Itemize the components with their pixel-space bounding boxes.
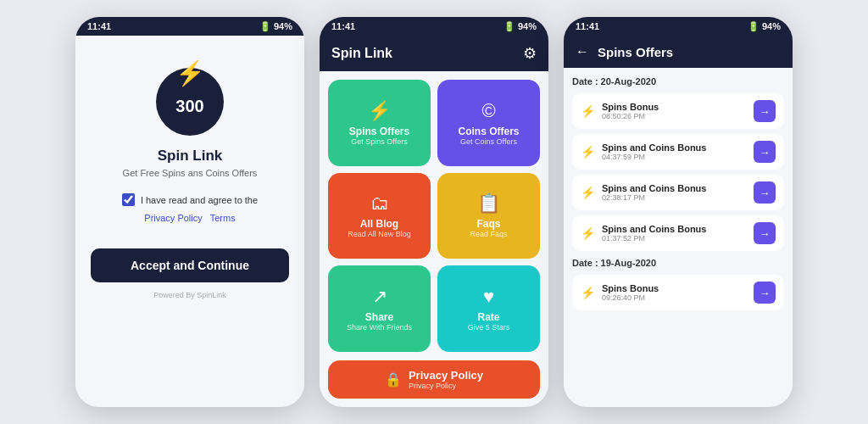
offer-title-5: Spins Bonus [602,283,747,293]
offer-item-2: ⚡ Spins and Coins Bonus 04:37:59 PM → [572,134,784,170]
grid-item-spins-offers[interactable]: ⚡ Spins Offers Get Spins Offers [328,80,431,166]
coins-offers-sub: Get Coins Offers [460,137,517,146]
agree-row: I have read and agree to the [122,193,258,206]
offer-lightning-icon-3: ⚡ [581,186,595,199]
tagline: Get Free Spins ans Coins Offers [123,168,258,178]
offer-title-2: Spins and Coins Bonus [602,142,747,153]
agree-checkbox[interactable] [122,193,135,206]
offer-time-3: 02:38:17 PM [602,193,747,202]
phone-screen3: 11:41 🔋 94% ← Spins Offers Date : 20-Aug… [564,17,793,407]
offer-title-1: Spins Bonus [602,102,747,112]
all-blog-title: All Blog [360,218,398,230]
grid-item-rate[interactable]: ♥ Rate Give 5 Stars [437,265,540,352]
offer-info-1: Spins Bonus 08:50:26 PM [602,102,747,120]
grid-item-all-blog[interactable]: 🗂 All Blog Read All New Blog [328,173,431,259]
logo-circle: ⚡ 300 [156,68,224,136]
rate-icon: ♥ [483,286,494,308]
status-bar-3: 11:41 🔋 94% [564,17,793,36]
faqs-sub: Read Faqs [470,230,507,238]
main-screen: Spin Link ⚙ ⚡ Spins Offers Get Spins Off… [320,36,548,407]
main-header: Spin Link ⚙ [320,36,548,71]
terms-link[interactable]: Terms [210,213,236,223]
privacy-sub: Privacy Policy [409,382,483,390]
grid-item-coins-offers[interactable]: © Coins Offers Get Coins Offers [437,80,540,166]
all-blog-icon: 🗂 [370,192,389,215]
offer-title-4: Spins and Coins Bonus [602,224,747,234]
share-title: Share [365,311,393,323]
main-title: Spin Link [331,46,392,61]
offer-info-4: Spins and Coins Bonus 01:37:52 PM [602,224,747,243]
offer-arrow-2[interactable]: → [754,141,776,163]
welcome-screen: ⚡ 300 Spin Link Get Free Spins ans Coins… [75,36,304,407]
offer-time-1: 08:50:26 PM [602,112,747,120]
offer-arrow-5[interactable]: → [754,282,776,304]
offer-item-5: ⚡ Spins Bonus 09:26:40 PM → [572,275,784,310]
offer-lightning-icon-2: ⚡ [581,145,595,159]
privacy-policy-button[interactable]: 🔒 Privacy Policy Privacy Policy [328,360,540,399]
date-label-1: Date : 20-Aug-2020 [572,75,784,88]
spins-offers-header: ← Spins Offers [564,36,793,68]
offer-lightning-icon-4: ⚡ [581,226,595,240]
offer-lightning-icon-5: ⚡ [581,286,595,299]
offer-item-1: ⚡ Spins Bonus 08:50:26 PM → [572,93,784,129]
status-bar-2: 11:41 🔋 94% [320,17,548,36]
spins-offers-icon: ⚡ [368,100,391,122]
logo-number: 300 [175,97,203,116]
status-time-3: 11:41 [576,21,599,31]
offer-item-4: ⚡ Spins and Coins Bonus 01:37:52 PM → [572,215,784,251]
offer-title-3: Spins and Coins Bonus [602,183,747,193]
privacy-link[interactable]: Privacy Policy [144,213,202,223]
status-time-2: 11:41 [331,21,355,31]
offer-time-5: 09:26:40 PM [602,293,747,302]
offer-time-4: 01:37:52 PM [602,234,747,243]
phone-screen1: 11:41 🔋 94% ⚡ 300 Spin Link Get Free Spi… [75,17,304,407]
app-name-s1: Spin Link [158,148,223,165]
spins-offers-title: Spins Offers [349,126,409,137]
accept-button[interactable]: Accept and Continue [91,248,289,282]
share-sub: Share With Friends [347,323,412,332]
offer-arrow-3[interactable]: → [754,181,776,204]
spins-offers-page-title: Spins Offers [598,45,673,59]
privacy-text: Privacy Policy Privacy Policy [409,369,483,390]
back-button[interactable]: ← [576,44,589,59]
all-blog-sub: Read All New Blog [348,230,411,238]
rate-title: Rate [477,311,499,323]
faqs-icon: 📋 [477,192,500,215]
phone-screen2: 11:41 🔋 94% Spin Link ⚙ ⚡ Spins Offers G… [320,17,548,407]
settings-icon[interactable]: ⚙ [523,44,537,63]
coins-offers-icon: © [481,100,495,122]
rate-sub: Give 5 Stars [468,323,510,332]
share-icon: ↗ [372,286,387,308]
offer-arrow-4[interactable]: → [754,222,776,244]
lightning-icon: ⚡ [175,59,205,87]
offers-list: Date : 20-Aug-2020 ⚡ Spins Bonus 08:50:2… [564,68,793,407]
battery-1: 🔋 94% [259,21,292,32]
offer-arrow-1[interactable]: → [754,100,776,122]
offer-info-5: Spins Bonus 09:26:40 PM [602,283,747,302]
powered-by: Powered By SpinLink [153,291,226,299]
battery-2: 🔋 94% [504,21,537,32]
faqs-title: Faqs [476,218,500,230]
grid-item-share[interactable]: ↗ Share Share With Friends [328,265,431,352]
spins-offers-screen: ← Spins Offers Date : 20-Aug-2020 ⚡ Spin… [564,36,793,407]
grid-item-faqs[interactable]: 📋 Faqs Read Faqs [437,173,540,259]
battery-3: 🔋 94% [748,21,781,32]
status-time-1: 11:41 [87,21,111,31]
main-grid: ⚡ Spins Offers Get Spins Offers © Coins … [320,71,548,360]
policy-links: Privacy Policy Terms [144,213,235,223]
offer-time-2: 04:37:59 PM [602,153,747,161]
offer-lightning-icon-1: ⚡ [581,104,595,118]
privacy-lock-icon: 🔒 [385,371,402,388]
agree-label: I have read and agree to the [141,195,258,205]
spins-offers-sub: Get Spins Offers [351,137,407,146]
coins-offers-title: Coins Offers [458,126,519,137]
offer-item-3: ⚡ Spins and Coins Bonus 02:38:17 PM → [572,175,784,210]
offer-info-2: Spins and Coins Bonus 04:37:59 PM [602,142,747,161]
offer-info-3: Spins and Coins Bonus 02:38:17 PM [602,183,747,202]
privacy-title: Privacy Policy [409,369,483,382]
status-bar-1: 11:41 🔋 94% [75,17,304,36]
date-label-2: Date : 19-Aug-2020 [572,256,784,270]
